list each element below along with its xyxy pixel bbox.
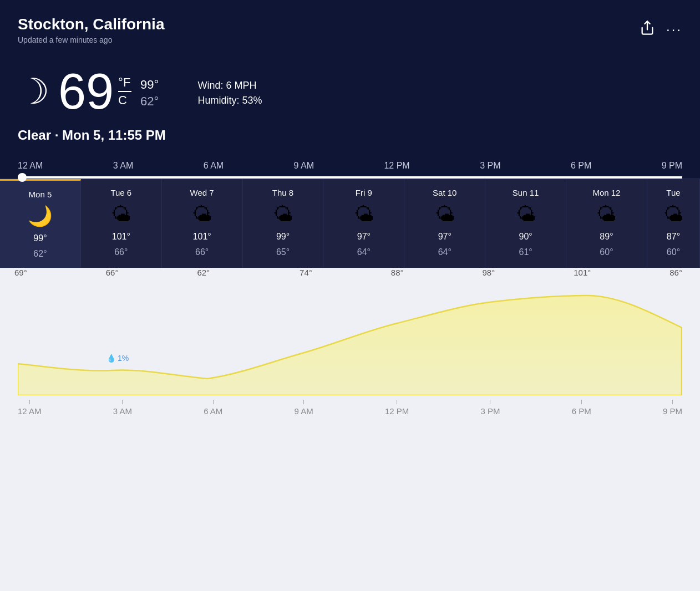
forecast-high-fri9: 97° — [357, 232, 371, 242]
forecast-low-wed7: 66° — [195, 247, 209, 257]
condition-dot: · — [55, 128, 62, 142]
time-3am: 3 AM — [113, 161, 133, 171]
high-low: 99° 62° — [140, 78, 159, 109]
unit-c[interactable]: C — [118, 93, 131, 108]
day-label-sun11: Sun 11 — [513, 188, 539, 197]
forecast-day-wed7[interactable]: Wed 7 🌤 101° 66° — [162, 179, 243, 268]
chart-temp-5: 98° — [483, 268, 495, 277]
forecast-high-sun11: 90° — [519, 232, 532, 242]
tick-mark-3am — [122, 400, 123, 404]
day-label-wed7: Wed 7 — [190, 188, 214, 197]
chart-temp-1: 66° — [106, 268, 119, 277]
unit-toggle[interactable]: °F C — [118, 75, 131, 108]
low-temp: 62° — [140, 94, 159, 109]
sun-icon-tue-partial: 🌤 — [663, 203, 683, 226]
chart-tick-12am: 12 AM — [18, 400, 42, 416]
chart-label-3am: 3 AM — [113, 406, 132, 416]
time-labels: 12 AM 3 AM 6 AM 9 AM 12 PM 3 PM 6 PM 9 P… — [18, 161, 682, 171]
time-9am: 9 AM — [294, 161, 314, 171]
forecast-low-sun11: 61° — [519, 247, 532, 257]
day-label-thu8: Thu 8 — [272, 188, 293, 197]
time-9pm: 9 PM — [662, 161, 682, 171]
chart-time-labels: 12 AM 3 AM 6 AM 9 AM 12 PM 3 PM — [0, 395, 700, 425]
location-info: Stockton, California Updated a few minut… — [18, 16, 164, 44]
current-temp: 69 — [58, 67, 114, 116]
share-icon[interactable] — [640, 20, 655, 38]
day-label-fri9: Fri 9 — [356, 188, 372, 197]
chart-tick-6pm: 6 PM — [572, 400, 591, 416]
forecast-low-tue-partial: 60° — [667, 247, 680, 257]
chart-temp-labels: 69° 66° 62° 74° 88° 98° 101° 86° — [18, 268, 682, 277]
time-3pm: 3 PM — [480, 161, 500, 171]
chart-label-9am: 9 AM — [295, 406, 313, 416]
sun-icon-tue6: 🌤 — [111, 203, 131, 226]
forecast-day-tue6[interactable]: Tue 6 🌤 101° 66° — [81, 179, 162, 268]
chart-label-6pm: 6 PM — [572, 406, 591, 416]
weather-app: Stockton, California Updated a few minut… — [0, 0, 700, 591]
chart-tick-9am: 9 AM — [295, 400, 313, 416]
forecast-day-sun11[interactable]: Sun 11 🌤 90° 61° — [485, 179, 566, 268]
forecast-day-sat10[interactable]: Sat 10 🌤 97° 64° — [404, 179, 485, 268]
high-temp: 99° — [140, 78, 159, 92]
slider-thumb[interactable] — [18, 173, 27, 182]
forecast-day-thu8[interactable]: Thu 8 🌤 99° 65° — [243, 179, 324, 268]
forecast-high-wed7: 101° — [193, 232, 211, 242]
sun-icon-mon12: 🌤 — [596, 203, 616, 226]
chart-label-3pm: 3 PM — [480, 406, 500, 416]
tick-mark-6am — [213, 400, 214, 404]
more-icon[interactable]: ··· — [666, 22, 682, 37]
condition-time: Mon 5, 11:55 PM — [62, 128, 166, 142]
chart-tick-3am: 3 AM — [113, 400, 132, 416]
day-label-mon5: Mon 5 — [29, 190, 52, 199]
chart-label-12am: 12 AM — [18, 406, 42, 416]
main-weather: ☽ 69 °F C 99° 62° Wind: 6 MPH Humidity: … — [0, 53, 700, 128]
chart-temp-0: 69° — [14, 268, 27, 277]
chart-label-6am: 6 AM — [204, 406, 222, 416]
time-12pm: 12 PM — [384, 161, 409, 171]
forecast-low-sat10: 64° — [438, 247, 452, 257]
tick-mark-9am — [303, 400, 304, 404]
sun-icon-wed7: 🌤 — [192, 203, 212, 226]
rain-drop-icon: 💧 — [106, 354, 116, 363]
forecast-day-mon5[interactable]: Mon 5 🌙 99° 62° — [0, 179, 81, 268]
forecast-high-tue6: 101° — [112, 232, 130, 242]
sun-icon-sun11: 🌤 — [516, 203, 536, 226]
forecast-section: Mon 5 🌙 99° 62° Tue 6 🌤 101° 66° Wed 7 🌤… — [0, 179, 700, 268]
chart-tick-12pm: 12 PM — [385, 400, 409, 416]
forecast-high-tue-partial: 87° — [667, 232, 680, 242]
forecast-day-mon12[interactable]: Mon 12 🌤 89° 60° — [566, 179, 647, 268]
tick-mark-6pm — [581, 400, 582, 404]
forecast-day-tue-partial[interactable]: Tue 🌤 87° 60° — [647, 179, 700, 268]
chart-temp-4: 88° — [391, 268, 404, 277]
chart-tick-3pm: 3 PM — [480, 400, 500, 416]
weather-details: Wind: 6 MPH Humidity: 53% — [197, 80, 262, 110]
moon-icon: ☽ — [18, 74, 49, 109]
chart-temp-7: 86° — [669, 268, 682, 277]
temp-section: ☽ 69 °F C 99° 62° — [18, 67, 159, 116]
forecast-high-sat10: 97° — [438, 232, 452, 242]
tick-mark-9pm — [672, 400, 673, 404]
chart-tick-6am: 6 AM — [204, 400, 222, 416]
chart-temp-6: 101° — [574, 268, 591, 277]
forecast-high-thu8: 99° — [276, 232, 290, 242]
sun-icon-thu8: 🌤 — [273, 203, 293, 226]
unit-f[interactable]: °F — [118, 75, 131, 90]
temp-display: 69 °F C 99° 62° — [58, 67, 159, 116]
time-slider-section: 12 AM 3 AM 6 AM 9 AM 12 PM 3 PM 6 PM 9 P… — [0, 154, 700, 179]
sun-icon-sat10: 🌤 — [435, 203, 455, 226]
forecast-low-thu8: 65° — [276, 247, 290, 257]
forecast-low-tue6: 66° — [114, 247, 128, 257]
chart-section: 69° 66° 62° 74° 88° 98° 101° 86° — [0, 268, 700, 591]
forecast-day-fri9[interactable]: Fri 9 🌤 97° 64° — [323, 179, 404, 268]
day-label-sat10: Sat 10 — [433, 188, 456, 197]
rain-percent: 1% — [118, 354, 129, 363]
forecast-high-mon12: 89° — [600, 232, 613, 242]
unit-divider — [118, 91, 131, 92]
sun-icon-fri9: 🌤 — [354, 203, 374, 226]
chart-label-12pm: 12 PM — [385, 406, 409, 416]
time-slider-track[interactable] — [18, 176, 682, 179]
chart-area: 69° 66° 62° 74° 88° 98° 101° 86° — [0, 268, 700, 395]
chart-label-9pm: 9 PM — [663, 406, 682, 416]
condition-text: Clear · Mon 5, 11:55 PM — [18, 128, 682, 143]
rain-label: 💧 1% — [106, 354, 129, 363]
